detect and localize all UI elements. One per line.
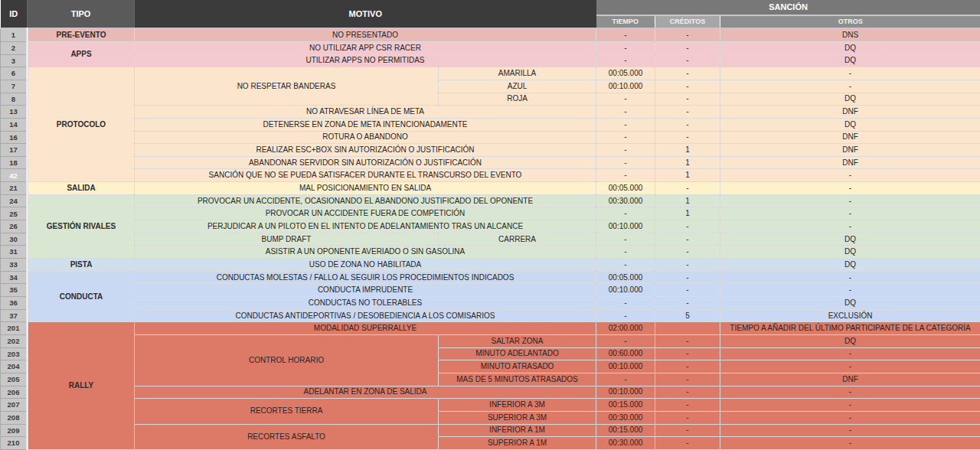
cell-id[interactable]: 30 [1, 233, 28, 246]
cell-otros[interactable]: TIEMPO A AÑADIR DEL ÚLTIMO PARTICIPANTE … [720, 322, 980, 335]
cell-creditos[interactable]: - [655, 220, 720, 233]
cell-id[interactable]: 209 [1, 424, 28, 437]
cell-tiempo[interactable]: - [596, 28, 655, 41]
cell-creditos[interactable]: - [655, 106, 720, 119]
cell-tiempo[interactable]: 00:05.000 [596, 182, 655, 195]
cell-otros[interactable]: - [720, 207, 980, 220]
cell-otros[interactable]: - [720, 424, 980, 437]
cell-otros[interactable]: EXCLUSIÓN [720, 309, 980, 322]
cell-tipo[interactable]: PRE-EVENTO [28, 28, 135, 41]
cell-id[interactable]: 26 [1, 220, 28, 233]
cell-id[interactable]: 24 [1, 194, 28, 207]
cell-otros[interactable]: - [720, 437, 980, 450]
cell-creditos[interactable]: - [655, 373, 720, 386]
cell-motivo[interactable]: NO UTILIZAR APP CSR RACER [135, 41, 596, 54]
cell-id[interactable]: 7 [1, 80, 28, 93]
cell-motivo[interactable]: MODALIDAD SUPERRALLYE [135, 322, 596, 335]
cell-tiempo[interactable]: - [596, 259, 655, 272]
cell-tiempo[interactable]: - [596, 335, 655, 348]
cell-motivo-detalle[interactable]: MINUTO ADELANTADO [439, 347, 596, 360]
cell-id[interactable]: 204 [1, 360, 28, 373]
cell-tipo[interactable]: CONDUCTA [28, 271, 135, 322]
cell-tiempo[interactable]: 00:30.000 [596, 194, 655, 207]
cell-id[interactable]: 205 [1, 373, 28, 386]
cell-motivo-detalle[interactable]: SUPERIOR A 3M [439, 411, 596, 424]
cell-tiempo[interactable]: - [596, 131, 655, 144]
cell-id[interactable]: 16 [1, 131, 28, 144]
cell-otros[interactable]: DQ [720, 41, 980, 54]
cell-creditos[interactable]: 1 [655, 207, 720, 220]
cell-creditos[interactable]: 1 [655, 156, 720, 169]
cell-tiempo[interactable]: - [596, 93, 655, 106]
cell-otros[interactable]: DQ [720, 118, 980, 131]
cell-tiempo[interactable]: - [596, 309, 655, 322]
cell-id[interactable]: 3 [1, 54, 28, 67]
cell-tiempo[interactable]: - [596, 297, 655, 310]
cell-motivo-detalle[interactable]: SALTAR ZONA [439, 335, 596, 348]
cell-creditos[interactable]: - [655, 297, 720, 310]
cell-otros[interactable]: DQ [720, 246, 980, 259]
cell-id[interactable]: 18 [1, 156, 28, 169]
cell-id[interactable]: 208 [1, 411, 28, 424]
cell-id[interactable]: 14 [1, 118, 28, 131]
cell-id[interactable]: 31 [1, 246, 28, 259]
cell-otros[interactable]: - [720, 284, 980, 297]
cell-otros[interactable]: DNF [720, 373, 980, 386]
cell-id[interactable]: 25 [1, 207, 28, 220]
cell-otros[interactable]: - [720, 182, 980, 195]
cell-motivo[interactable]: NO PRESENTADO [135, 28, 596, 41]
cell-motivo[interactable]: CONDUCTAS ANTIDEPORTIVAS / DESOBEDIENCIA… [135, 309, 596, 322]
cell-id[interactable]: 35 [1, 284, 28, 297]
cell-tiempo[interactable]: - [596, 373, 655, 386]
cell-creditos[interactable]: - [655, 271, 720, 284]
cell-creditos[interactable]: - [655, 131, 720, 144]
cell-otros[interactable]: - [720, 169, 980, 182]
header-otros[interactable]: OTROS [720, 15, 980, 28]
cell-motivo[interactable]: BUMP DRAFT [135, 233, 439, 246]
cell-otros[interactable]: DNF [720, 131, 980, 144]
cell-otros[interactable]: - [720, 271, 980, 284]
cell-tiempo[interactable]: 00:10.000 [596, 284, 655, 297]
cell-id[interactable]: 202 [1, 335, 28, 348]
cell-tiempo[interactable]: 00:05.000 [596, 67, 655, 80]
cell-id[interactable]: 210 [1, 437, 28, 450]
cell-tiempo[interactable]: 00:15.000 [596, 424, 655, 437]
cell-creditos[interactable]: - [655, 28, 720, 41]
cell-tipo[interactable]: RALLY [28, 322, 135, 450]
cell-motivo[interactable]: ABANDONAR SERVIDOR SIN AUTORIZACIÓN O JU… [135, 156, 596, 169]
cell-tipo[interactable]: PISTA [28, 259, 135, 272]
cell-motivo[interactable]: REALIZAR ESC+BOX SIN AUTORIZACIÓN O JUST… [135, 144, 596, 157]
cell-creditos[interactable]: - [655, 259, 720, 272]
cell-id[interactable]: 206 [1, 386, 28, 399]
cell-creditos[interactable]: 5 [655, 309, 720, 322]
cell-otros[interactable]: DQ [720, 297, 980, 310]
cell-creditos[interactable]: - [655, 386, 720, 399]
cell-creditos[interactable]: - [655, 67, 720, 80]
cell-tipo[interactable]: APPS [28, 41, 135, 67]
cell-motivo[interactable]: CONDUCTAS MOLESTAS / FALLO AL SEGUIR LOS… [135, 271, 596, 284]
cell-creditos[interactable]: 1 [655, 144, 720, 157]
cell-id[interactable]: 2 [1, 41, 28, 54]
cell-tipo[interactable]: PROTOCOLO [28, 67, 135, 182]
cell-motivo[interactable]: RECORTES ASFALTO [135, 424, 439, 449]
cell-motivo[interactable]: USO DE ZONA NO HABILITADA [135, 259, 596, 272]
header-tipo[interactable]: TIPO [28, 0, 135, 28]
cell-tiempo[interactable]: 00:30.000 [596, 411, 655, 424]
cell-otros[interactable]: DNS [720, 28, 980, 41]
cell-creditos[interactable]: 1 [655, 169, 720, 182]
cell-motivo[interactable]: CONDUCTA IMPRUDENTE [135, 284, 596, 297]
cell-motivo-detalle[interactable]: ROJA [439, 93, 596, 106]
cell-otros[interactable]: - [720, 220, 980, 233]
cell-tiempo[interactable]: - [596, 207, 655, 220]
cell-id[interactable]: 201 [1, 322, 28, 335]
cell-creditos[interactable]: - [655, 335, 720, 348]
cell-creditos[interactable]: - [655, 437, 720, 450]
cell-id[interactable]: 6 [1, 67, 28, 80]
cell-creditos[interactable]: - [655, 233, 720, 246]
cell-tiempo[interactable]: - [596, 54, 655, 67]
cell-otros[interactable]: DQ [720, 93, 980, 106]
cell-creditos[interactable]: - [655, 246, 720, 259]
cell-otros[interactable]: DQ [720, 259, 980, 272]
cell-otros[interactable]: DNF [720, 106, 980, 119]
cell-id[interactable]: 42 [1, 169, 28, 182]
